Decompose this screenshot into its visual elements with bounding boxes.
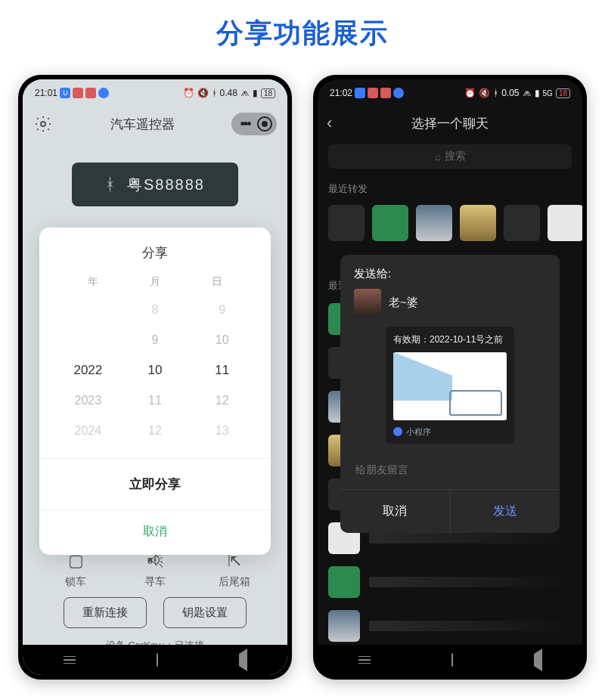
status-app-icons: U — [60, 88, 109, 98]
action-row: ▢锁车 🕬寻车 ⇱后尾箱 — [23, 551, 287, 589]
svg-point-0 — [41, 122, 45, 126]
battery-icon: 18 — [556, 88, 570, 98]
share-modal-title: 分享 — [39, 228, 271, 275]
date-picker[interactable]: 2022 2023 2024 8 9 10 11 12 9 — [39, 295, 271, 446]
nav-back-icon[interactable] — [534, 654, 542, 666]
header-title: 选择一个聊天 — [345, 115, 555, 132]
send-cancel-button[interactable]: 取消 — [340, 490, 451, 533]
alarm-icon: ⏰ — [183, 88, 194, 98]
license-plate[interactable]: ᚼ 粤S88888 — [72, 163, 238, 206]
picker-col-year: 2022 2023 2024 — [54, 295, 122, 446]
message-input[interactable]: 给朋友留言 — [352, 454, 548, 486]
lock-button[interactable]: ▢锁车 — [49, 551, 102, 589]
picker-col-month: 8 9 10 11 12 — [122, 295, 189, 446]
avatar — [354, 289, 381, 316]
clock: 21:01 — [35, 88, 57, 98]
android-nav-bar — [23, 645, 287, 675]
search-icon: ⌕ — [435, 150, 441, 163]
card-image — [393, 352, 507, 420]
net-speed: 0.48 — [220, 88, 237, 98]
status-bar: 21:01 U ⏰ 🔇 ᚼ 0.48 ⩕ ▮ 18 — [23, 79, 287, 107]
recipient-name: 老~婆 — [389, 296, 418, 310]
phone-left: 21:01 U ⏰ 🔇 ᚼ 0.48 ⩕ ▮ 18 — [18, 75, 292, 680]
recipient-row[interactable]: 老~婆 — [354, 289, 546, 316]
card-caption: 有效期：2022-10-11号之前 — [393, 334, 507, 346]
miniprogram-capsule[interactable]: ••• — [231, 113, 277, 135]
bluetooth-icon: ᚼ — [212, 88, 217, 98]
reconnect-button[interactable]: 重新连接 — [64, 597, 147, 628]
wifi-icon: ⩕ — [240, 88, 250, 98]
phone-right: 21:02 ⏰ 🔇 ᚼ 0.05 ⩕ ▮ 5G 18 — [313, 75, 587, 680]
page-title: 分享功能展示 — [0, 0, 605, 75]
nav-home-icon[interactable] — [451, 654, 453, 666]
clock: 21:02 — [330, 88, 352, 98]
picker-headers: 年 月 日 — [39, 275, 271, 295]
alarm-icon: ⏰ — [464, 88, 476, 98]
share-card[interactable]: 有效期：2022-10-11号之前 小程序 — [386, 327, 514, 444]
share-confirm-button[interactable]: 立即分享 — [39, 458, 271, 510]
android-nav-bar — [318, 645, 582, 675]
send-modal: 发送给: 老~婆 有效期：2022-10-11号之前 小程序 给朋友留言 取消 — [340, 255, 560, 533]
list-item[interactable] — [318, 604, 582, 645]
share-cancel-button[interactable]: 取消 — [39, 510, 271, 555]
wifi-icon: ⩕ — [523, 88, 532, 98]
key-settings-button[interactable]: 钥匙设置 — [163, 597, 247, 628]
capsule-close-icon[interactable] — [257, 116, 272, 132]
share-modal: 分享 年 月 日 2022 2023 2024 — [39, 228, 271, 555]
nav-recent-icon[interactable] — [64, 656, 76, 664]
bluetooth-icon: ᚼ — [105, 175, 116, 194]
chat-select-header: ‹ 选择一个聊天 — [318, 107, 582, 140]
app-header: 汽车遥控器 ••• — [23, 107, 287, 141]
nav-home-icon[interactable] — [157, 654, 158, 666]
net-speed: 0.05 — [501, 88, 519, 98]
trunk-button[interactable]: ⇱后尾箱 — [208, 551, 261, 589]
signal-icon: ▮ — [253, 88, 258, 98]
capsule-more-icon[interactable]: ••• — [236, 115, 254, 133]
section-recent-forward: 最近转发 — [318, 178, 582, 200]
miniprogram-tag: 小程序 — [393, 426, 507, 438]
find-button[interactable]: 🕬寻车 — [129, 551, 182, 589]
app-title: 汽车遥控器 — [110, 116, 175, 133]
list-item[interactable] — [318, 560, 582, 604]
send-to-label: 发送给: — [354, 267, 546, 281]
nav-back-icon[interactable] — [239, 654, 247, 666]
mute-icon: 🔇 — [479, 88, 490, 98]
send-confirm-button[interactable]: 发送 — [451, 490, 560, 533]
status-bar: 21:02 ⏰ 🔇 ᚼ 0.05 ⩕ ▮ 5G 18 — [318, 79, 582, 107]
battery-icon: 18 — [261, 88, 275, 98]
back-icon[interactable]: ‹ — [327, 113, 345, 133]
picker-col-day: 9 10 11 12 13 — [188, 295, 256, 446]
bluetooth-icon: ᚼ — [493, 88, 498, 98]
settings-icon[interactable] — [33, 114, 53, 134]
mute-icon: 🔇 — [197, 88, 209, 98]
signal-icon: ▮ — [535, 88, 540, 98]
miniprogram-icon — [393, 427, 402, 436]
nav-recent-icon[interactable] — [358, 656, 371, 664]
search-input[interactable]: ⌕ 搜索 — [328, 144, 572, 169]
